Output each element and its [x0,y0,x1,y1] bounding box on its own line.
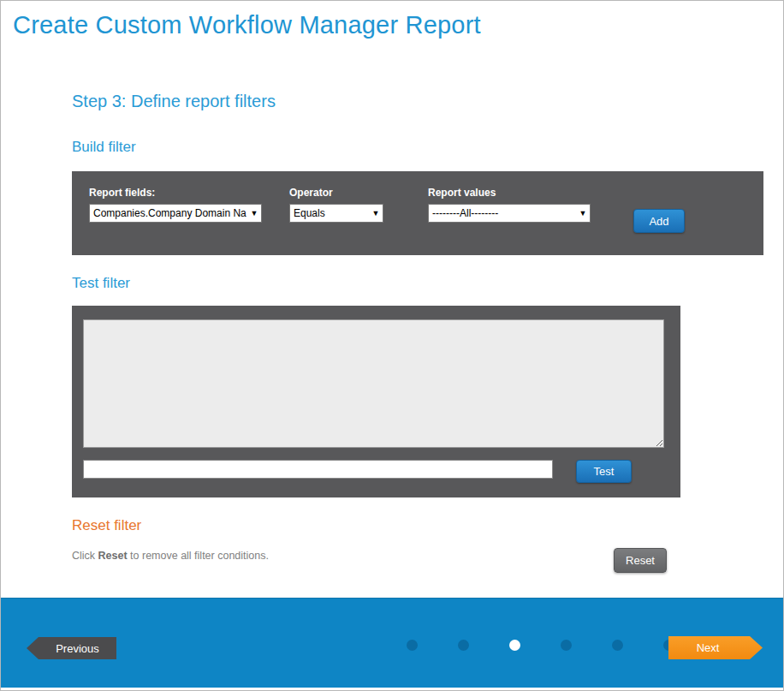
reset-button[interactable]: Reset [614,548,667,573]
previous-button[interactable]: Previous [27,637,116,659]
progress-dot [407,640,418,651]
report-values-selected-value: --------All-------- [429,207,576,219]
report-values-label: Report values [428,187,496,199]
report-fields-selected-value: Companies.Company Domain Na [90,207,247,219]
progress-dot [612,640,623,651]
test-filter-panel: Test [72,306,680,497]
test-filter-heading: Test filter [72,275,130,292]
chevron-down-icon: ▼ [576,209,590,217]
step-heading: Step 3: Define report filters [72,92,276,111]
progress-dot [458,640,469,651]
wizard-window: Create Custom Workflow Manager Report St… [0,0,784,691]
wizard-footer: Previous Next [1,598,783,688]
page-title: Create Custom Workflow Manager Report [13,11,481,39]
test-filter-input[interactable] [83,460,553,479]
operator-selected-value: Equals [290,207,369,219]
report-fields-label: Report fields: [89,187,155,199]
test-button[interactable]: Test [576,460,632,483]
chevron-down-icon: ▼ [247,209,261,217]
next-button[interactable]: Next [668,636,763,659]
progress-dot-active [509,640,520,651]
reset-instruction-bold: Reset [98,550,128,562]
reset-instruction: Click Reset to remove all filter conditi… [72,550,269,562]
reset-filter-heading: Reset filter [72,517,141,534]
report-fields-select[interactable]: Companies.Company Domain Na ▼ [89,204,262,223]
reset-instruction-suffix: to remove all filter conditions. [128,550,269,562]
report-values-select[interactable]: --------All-------- ▼ [428,204,591,223]
progress-dots [407,640,674,651]
add-button[interactable]: Add [633,209,685,233]
reset-instruction-prefix: Click [72,550,98,562]
test-filter-textarea[interactable] [83,319,664,448]
build-filter-heading: Build filter [72,139,136,156]
operator-select[interactable]: Equals ▼ [289,204,383,223]
progress-dot [561,640,572,651]
chevron-down-icon: ▼ [369,209,383,217]
operator-label: Operator [289,187,333,199]
build-filter-panel: Report fields: Companies.Company Domain … [72,171,763,255]
